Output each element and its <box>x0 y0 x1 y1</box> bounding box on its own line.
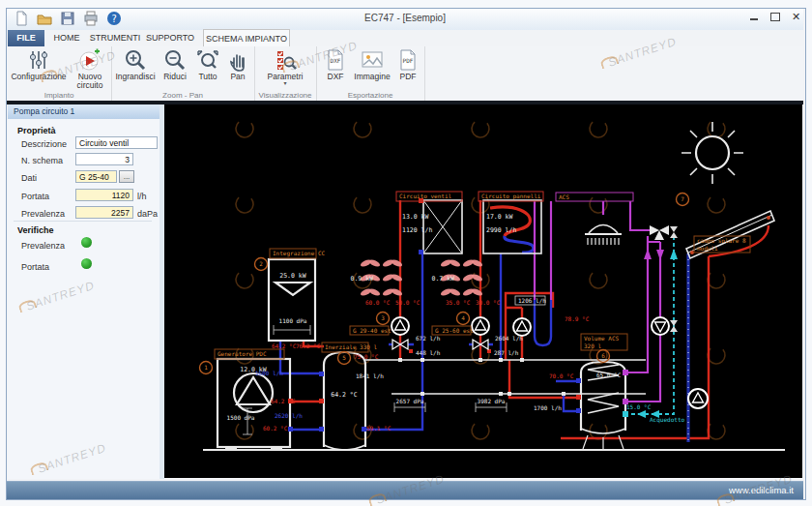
watermark-arc <box>468 116 492 140</box>
tab-file[interactable]: FILE <box>8 30 44 46</box>
ingrandisci-button[interactable]: Ingrandisci <box>113 47 158 81</box>
radiator-icon <box>368 287 381 297</box>
schematic-text: 1500 dPa <box>227 414 255 421</box>
badge-number: 2 <box>259 260 263 267</box>
website-link[interactable]: www.edilclima.it <box>729 485 794 495</box>
prevalenza-field[interactable]: 2257 <box>75 206 133 219</box>
schema-canvas[interactable]: Generatore PDCIntegrazione CCInerziale 3… <box>164 104 802 478</box>
watermark-arc <box>586 267 610 291</box>
window-title: EC747 - [Esempio] <box>7 13 803 23</box>
schematic-text: 17.0 kW <box>486 213 512 221</box>
prevalenza-unit: daPa <box>137 209 158 219</box>
component-label: 320 l <box>584 342 601 349</box>
pan-button[interactable]: Pan <box>223 47 252 81</box>
image-icon <box>361 48 384 72</box>
schematic-text: Acquedotto <box>650 416 685 424</box>
svg-text:PDF: PDF <box>403 57 414 64</box>
cyan-ports <box>623 411 628 417</box>
gate-valves <box>392 340 488 349</box>
schematic-text: 1841 l/h <box>356 372 384 379</box>
application-window: ? EC747 - [Esempio] ✕ FILE HOME STRUMENT… <box>0 0 812 506</box>
section-verifiche: Verifiche <box>17 225 54 235</box>
chevron-down-icon: ▾ <box>256 81 314 86</box>
descrizione-label: Descrizione <box>21 139 67 149</box>
statusbar: www.edilclima.it <box>7 481 803 499</box>
tutto-button[interactable]: Tutto <box>192 47 223 81</box>
component-label: Circuito pannelli <box>481 193 541 200</box>
schematic-text: 1100 dPa <box>279 317 307 324</box>
badge-number: 5 <box>342 354 346 361</box>
check-portata-label: Portata <box>21 262 49 272</box>
portata-field[interactable]: 1120 <box>75 189 133 201</box>
schematic-text: 2604 l/h <box>495 335 523 342</box>
dati-label: Dati <box>21 173 37 183</box>
badge-number: 3 <box>381 314 385 321</box>
schematic-text: 15.0 °C <box>626 403 652 410</box>
ribbon-group-visualizzazione: Parametri ▾ Visualizzazione <box>254 46 317 101</box>
sliders-icon <box>27 48 50 72</box>
properties-panel: Pompa circuito 1 Proprietà Descrizione C… <box>8 104 160 479</box>
schematic-text: 2620 l/h <box>275 412 303 419</box>
tab-strumenti[interactable]: STRUMENTI <box>89 30 141 46</box>
n-schema-field[interactable]: 3 <box>75 153 133 165</box>
riduci-button[interactable]: Riduci <box>158 47 192 81</box>
watermark-arc <box>704 192 728 216</box>
svg-text:DXF: DXF <box>331 57 341 64</box>
schematic-text: 0.9 kW <box>351 275 374 283</box>
badge-number: 1 <box>204 364 208 371</box>
schematic-text: 287 l/h <box>494 349 519 356</box>
component-label: G 29-40 est <box>353 327 392 334</box>
section-divider <box>14 221 152 222</box>
dxf-button[interactable]: DXF DXF <box>320 47 351 81</box>
schematic-text: 60.0 °C <box>365 299 391 306</box>
badge-number: 7 <box>681 195 684 202</box>
portata-unit: l/h <box>137 192 147 201</box>
dati-field[interactable]: G 25-40 <box>75 170 117 183</box>
schematic-text: 2990 l/h <box>486 226 516 234</box>
check-prevalenza-status <box>81 237 92 248</box>
schematic-text: 76.2 °C <box>296 342 321 349</box>
minimize-button[interactable] <box>747 11 760 23</box>
zoom-in-icon <box>124 48 147 72</box>
component-label: moduli <box>697 245 718 252</box>
schematic-text: 448 l/h <box>416 349 441 356</box>
schematic-text: 75.0 °C <box>354 353 379 360</box>
immagine-button[interactable]: Immagine <box>351 47 393 81</box>
check-portata-status <box>81 258 92 269</box>
ribbon-group-esportazione: DXF DXF Immagine PDF PDF <box>316 46 425 101</box>
watermark-arc <box>586 116 610 140</box>
hand-icon <box>226 48 249 72</box>
parametri-button[interactable]: Parametri ▾ <box>256 47 314 86</box>
configurazione-button[interactable]: Configurazione <box>9 47 69 81</box>
component-label: Volume ACS <box>584 335 620 342</box>
schematic-text: 70.0 °C <box>549 372 574 379</box>
three-way-valve <box>650 225 669 240</box>
schematic-text: 60.2 °C <box>263 425 288 432</box>
tab-schema-impianto[interactable]: SCHEMA IMPIANTO <box>203 29 290 48</box>
schematic-text: 1700 l/h <box>534 404 562 411</box>
component-label: Inerziale 330 l <box>325 343 378 350</box>
close-button[interactable]: ✕ <box>790 11 802 23</box>
panel-title: Pompa circuito 1 <box>8 104 160 119</box>
watermark-arc <box>350 192 374 216</box>
watermark-arc <box>468 418 492 442</box>
nuovo-circuito-button[interactable]: Nuovo circuito <box>71 47 109 90</box>
parameters-icon <box>274 48 297 72</box>
pdf-button[interactable]: PDF PDF <box>393 47 422 81</box>
window-controls: ✕ <box>747 11 802 23</box>
buffer-tank <box>324 352 365 450</box>
tab-supporto[interactable]: SUPPORTO <box>145 30 195 46</box>
panel-coil-cold <box>505 236 534 253</box>
component-label: ACS <box>559 193 569 200</box>
radiator-icon <box>368 258 381 268</box>
dati-browse-button[interactable]: ... <box>119 170 134 183</box>
descrizione-field[interactable]: Circuito ventil <box>75 136 158 149</box>
badge-number: 6 <box>601 352 605 359</box>
watermark-arc <box>232 192 256 216</box>
watermark-arc <box>586 192 610 216</box>
watermark-arc <box>232 418 256 442</box>
radiator-icon <box>449 258 461 268</box>
ribbon: Configurazione Nuovo circuito Impianto <box>7 46 803 102</box>
tab-home[interactable]: HOME <box>48 30 85 46</box>
maximize-button[interactable] <box>768 11 781 23</box>
